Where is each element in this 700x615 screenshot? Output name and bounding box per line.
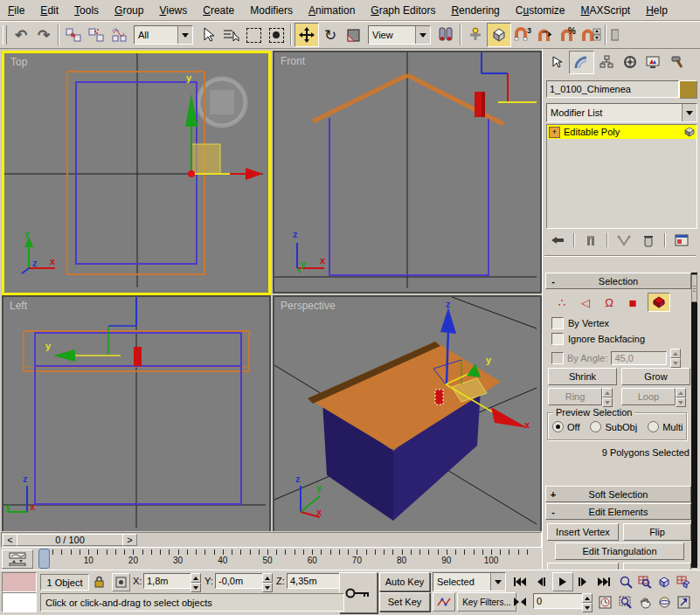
z-transform-field[interactable]: 4,35m	[287, 573, 343, 589]
time-slider-prev-button[interactable]: <	[3, 534, 17, 546]
selection-lock-button[interactable]	[91, 573, 107, 590]
y-spinner[interactable]	[262, 573, 273, 592]
selection-filter-dropdown[interactable]: All	[134, 25, 193, 45]
collapse-icon[interactable]: -	[546, 507, 560, 517]
modifier-stack[interactable]: + Editable Poly	[546, 124, 697, 229]
time-slider-track[interactable]: < 0 / 100 >	[1, 532, 542, 548]
viewport-front[interactable]: Front z y x	[273, 51, 542, 294]
unlink-button[interactable]	[85, 24, 107, 46]
object-name-field[interactable]: 1_0100_Chimenea	[546, 80, 679, 98]
by-vertex-checkbox[interactable]	[551, 317, 564, 329]
pin-stack-button[interactable]	[546, 231, 569, 249]
viewport-perspective[interactable]: Perspective z y x z y x	[273, 295, 542, 533]
tab-utilities[interactable]	[665, 51, 689, 73]
collapse-icon[interactable]: -	[546, 276, 560, 287]
window-crossing-button[interactable]	[265, 24, 288, 46]
menu-item-customize[interactable]: Customize	[508, 2, 573, 19]
percent-snap-button[interactable]: %	[557, 24, 579, 46]
dropdown-arrow-icon[interactable]	[682, 104, 697, 121]
stack-item-editable-poly[interactable]: + Editable Poly	[547, 125, 697, 139]
go-to-end-button[interactable]	[594, 574, 613, 590]
ring-button[interactable]: Ring	[548, 388, 602, 405]
ring-spinner[interactable]	[602, 388, 613, 407]
border-mode-button[interactable]: Ω	[600, 294, 618, 310]
previous-frame-button[interactable]	[533, 574, 549, 590]
menu-item-views[interactable]: Views	[151, 2, 195, 19]
tab-hierarchy[interactable]	[594, 51, 618, 73]
clipped-button[interactable]	[623, 563, 691, 570]
tab-create[interactable]	[545, 51, 569, 73]
play-button[interactable]	[552, 572, 573, 591]
snap-3d-button[interactable]: 3	[511, 24, 534, 46]
tab-display[interactable]	[641, 51, 665, 73]
go-to-start-button[interactable]	[510, 574, 530, 590]
menu-item-edit[interactable]: Edit	[32, 2, 66, 19]
key-filter-dropdown[interactable]: Selected	[433, 572, 506, 591]
flip-button[interactable]: Flip	[623, 523, 691, 541]
x-transform-field[interactable]: 1,8m	[143, 573, 196, 589]
select-manipulate-button[interactable]	[464, 24, 487, 46]
panel-scrollbar-thumb[interactable]	[691, 274, 697, 302]
track-bar-frame-handle[interactable]	[38, 549, 50, 569]
tab-modify[interactable]	[569, 51, 594, 74]
time-slider-handle[interactable]: 0 / 100	[17, 534, 123, 546]
select-by-name-button[interactable]	[219, 24, 242, 46]
viewport-label[interactable]: Front	[281, 55, 305, 67]
snaps-toggle-button[interactable]	[487, 23, 511, 47]
show-end-result-button[interactable]	[579, 231, 602, 249]
zoom-extents-all-button[interactable]	[675, 573, 692, 591]
set-keys-button[interactable]	[339, 572, 378, 613]
menu-item-rendering[interactable]: Rendering	[443, 2, 507, 19]
make-unique-button[interactable]	[613, 231, 635, 249]
object-color-swatch[interactable]	[679, 80, 697, 99]
auto-key-button[interactable]: Auto Key	[379, 572, 430, 591]
zoom-region-button[interactable]	[617, 593, 634, 611]
loop-spinner[interactable]	[676, 388, 686, 407]
key-mode-toggle-button[interactable]	[510, 594, 530, 610]
frame-spinner[interactable]	[582, 593, 593, 612]
x-spinner[interactable]	[191, 573, 201, 592]
expand-stack-icon[interactable]: +	[549, 127, 560, 138]
tab-motion[interactable]	[618, 51, 641, 73]
loop-button[interactable]: Loop	[621, 388, 676, 405]
rectangular-selection-region-button[interactable]	[242, 24, 265, 46]
remove-modifier-button[interactable]	[637, 231, 660, 249]
vertex-mode-button[interactable]: ∴	[553, 294, 571, 310]
zoom-extents-button[interactable]	[655, 573, 673, 591]
use-pivot-center-button[interactable]	[434, 24, 457, 46]
selection-rollout-header[interactable]: - Selection	[545, 273, 691, 289]
dropdown-arrow-icon[interactable]	[177, 26, 192, 44]
preview-subobj-radio[interactable]	[590, 421, 601, 432]
menu-item-group[interactable]: Group	[107, 2, 151, 19]
maxscript-listener-field[interactable]	[2, 592, 37, 612]
min-max-toggle-button[interactable]	[675, 593, 692, 611]
menu-item-create[interactable]: Create	[195, 2, 242, 19]
configure-modifier-sets-button[interactable]	[670, 231, 693, 249]
current-frame-field[interactable]: 0	[533, 593, 587, 609]
viewport-left[interactable]: Left y z y x	[2, 295, 271, 533]
spinner-snap-button[interactable]	[579, 24, 602, 46]
menu-item-tools[interactable]: Tools	[66, 2, 107, 19]
y-transform-field[interactable]: -0,0m	[215, 573, 267, 589]
arc-rotate-button[interactable]	[655, 593, 673, 611]
preview-multi-radio[interactable]	[648, 421, 659, 432]
redo-button[interactable]: ↷	[32, 24, 55, 46]
menu-item-help[interactable]: Help	[638, 2, 676, 19]
reference-coordinate-dropdown[interactable]: View	[368, 25, 431, 45]
menu-item-modifiers[interactable]: Modifiers	[242, 2, 301, 19]
pan-button[interactable]	[636, 593, 654, 611]
angle-snap-button[interactable]	[534, 24, 557, 46]
menu-item-file[interactable]: File	[0, 2, 32, 19]
mini-curve-editor-button[interactable]	[2, 549, 33, 569]
bind-spacewarp-button[interactable]	[107, 24, 130, 46]
menu-item-graph-editors[interactable]: Graph Editors	[363, 2, 443, 19]
by-angle-spinner[interactable]	[670, 349, 681, 368]
preview-off-radio[interactable]	[552, 421, 564, 432]
default-tangent-button[interactable]	[433, 592, 455, 612]
modifier-list-dropdown[interactable]: Modifier List	[546, 103, 697, 122]
time-slider-next-button[interactable]: >	[122, 534, 137, 546]
zoom-button[interactable]	[617, 573, 634, 591]
viewport-label[interactable]: Top	[10, 56, 27, 68]
polygon-mode-button[interactable]: ■	[624, 294, 641, 310]
by-angle-checkbox[interactable]	[551, 352, 564, 364]
